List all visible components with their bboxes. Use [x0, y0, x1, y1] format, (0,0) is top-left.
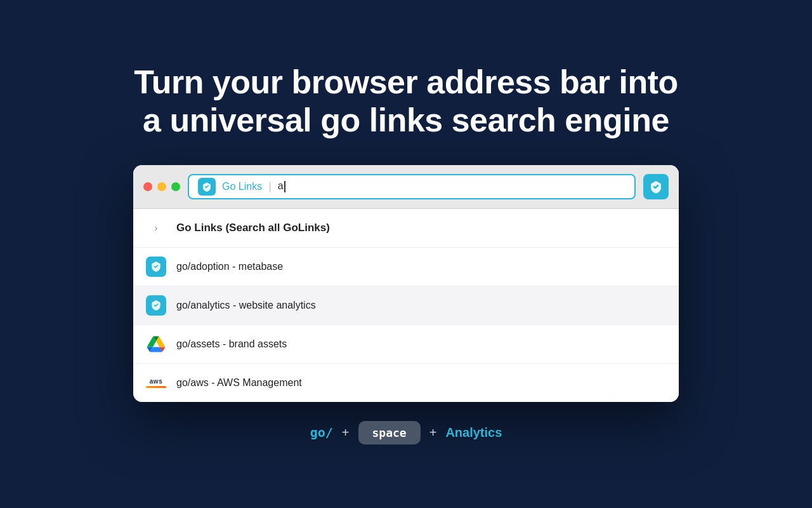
chevron-icon: › [146, 218, 166, 238]
dropdown-item-search-all[interactable]: › Go Links (Search all GoLinks) [133, 209, 679, 248]
browser-window: Go Links | a › Go Links (Search all GoLi… [133, 165, 679, 402]
extension-icon[interactable] [643, 174, 669, 199]
plus1: + [342, 425, 350, 440]
traffic-lights [143, 182, 180, 191]
search-all-label: Go Links (Search all GoLinks) [176, 222, 666, 234]
adoption-icon [146, 257, 166, 277]
golinks-logo-icon [198, 178, 216, 196]
space-key: space [358, 421, 421, 444]
dropdown-item-aws[interactable]: aws go/aws - AWS Management [133, 364, 679, 402]
dropdown-item-analytics[interactable]: go/analytics - website analytics [133, 286, 679, 325]
dropdown-item-assets[interactable]: go/assets - brand assets [133, 325, 679, 364]
adoption-label: go/adoption - metabase [176, 261, 666, 272]
aws-icon: aws [146, 373, 166, 393]
search-query[interactable]: a [278, 180, 285, 192]
address-bar[interactable]: Go Links | a [188, 174, 636, 199]
minimize-button[interactable] [157, 182, 166, 191]
headline-line1: Turn your browser address bar into [134, 64, 678, 100]
google-drive-icon [146, 334, 166, 354]
dropdown-item-adoption[interactable]: go/adoption - metabase [133, 248, 679, 286]
plus2: + [429, 425, 437, 440]
go-token: go/ [310, 425, 333, 440]
analytics-token: Analytics [445, 425, 502, 440]
maximize-button[interactable] [171, 182, 180, 191]
assets-label: go/assets - brand assets [176, 338, 666, 350]
aws-label: go/aws - AWS Management [176, 377, 666, 389]
shortcut-bar: go/ + space + Analytics [310, 421, 502, 444]
browser-chrome: Go Links | a [133, 165, 679, 209]
page-headline: Turn your browser address bar into a uni… [134, 64, 678, 140]
analytics-icon [146, 295, 166, 316]
address-separator: | [268, 180, 272, 193]
analytics-label: go/analytics - website analytics [176, 300, 666, 311]
brand-text: Go Links [222, 181, 262, 192]
headline-line2: a universal go links search engine [143, 102, 669, 138]
close-button[interactable] [143, 182, 152, 191]
search-dropdown: › Go Links (Search all GoLinks) go/adopt… [133, 209, 679, 402]
